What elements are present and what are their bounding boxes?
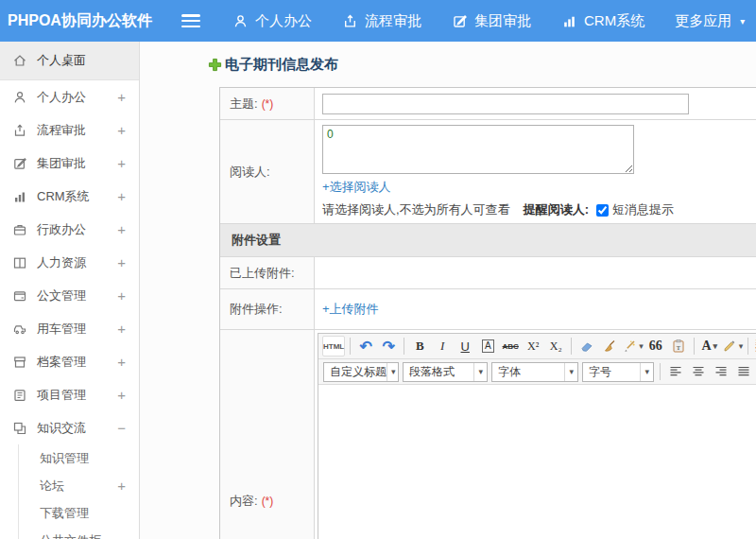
sidebar-item-crm[interactable]: CRM系统 + [0, 180, 139, 213]
remove-format-button[interactable] [576, 336, 597, 356]
superscript-button[interactable]: X² [523, 336, 543, 356]
font-family-select[interactable]: 字体 ▾ [491, 362, 578, 382]
nav-label: CRM系统 [584, 12, 644, 30]
content-row: 内容: (*) HTML ↶ ↷ B I U A [220, 330, 756, 539]
font-color-glyph: A [701, 339, 711, 354]
subscript-button[interactable]: X₂ [545, 336, 566, 356]
readers-row: 阅读人: 0 +选择阅读人 请选择阅读人,不选为所有人可查看 提醒阅读人: 短消… [220, 120, 756, 224]
redo-button[interactable]: ↷ [378, 336, 399, 356]
expand-indicator: − [117, 420, 126, 436]
chat-icon [12, 421, 27, 436]
sidebar-submenu: 知识管理 论坛 + 下载管理 公共文件柜 [18, 444, 139, 539]
subject-input[interactable] [322, 94, 689, 114]
required-mark: (*) [262, 495, 274, 508]
align-center-icon [691, 364, 706, 379]
underline-button[interactable]: U [455, 336, 475, 356]
strikethrough-button[interactable]: ABC [500, 336, 521, 356]
italic-button[interactable]: I [432, 336, 453, 356]
subject-row: 主题: (*) [220, 88, 756, 120]
bold-button[interactable]: B [409, 336, 430, 356]
operation-label-cell: 附件操作: [220, 289, 315, 329]
sidebar-subitem-download-mgmt[interactable]: 下载管理 [19, 499, 139, 527]
publish-form: 主题: (*) 阅读人: 0 +选择阅读人 请选择阅读人,不选为所有人可查看 提… [219, 87, 756, 539]
html-source-button[interactable]: HTML [322, 336, 345, 356]
sidebar-item-label: 人力资源 [37, 254, 86, 271]
process-icon [12, 123, 27, 138]
sidebar-item-process-approval[interactable]: 流程审批 + [0, 113, 139, 147]
page-title-row: 电子期刊信息发布 [208, 56, 756, 74]
readers-textarea[interactable]: 0 [322, 125, 634, 174]
sidebar-subitem-forum[interactable]: 论坛 + [19, 472, 139, 499]
archive-icon [12, 355, 27, 370]
font-size-select[interactable]: 字号 ▾ [582, 362, 654, 382]
heading-select-value: 自定义标题 [330, 364, 387, 380]
process-icon [342, 13, 358, 29]
sidebar-item-admin-office[interactable]: 行政办公 + [0, 213, 139, 246]
sidebar-item-label: 知识交流 [37, 420, 86, 437]
edit-icon [12, 156, 27, 171]
auto-typeset-button[interactable]: ▾ [622, 336, 644, 356]
attachment-operation-row: 附件操作: +上传附件 [220, 289, 756, 330]
sidebar-item-group-approval[interactable]: 集团审批 + [0, 147, 139, 180]
align-center-button[interactable] [688, 361, 709, 382]
choose-readers-link[interactable]: +选择阅读人 [322, 179, 391, 196]
char-border-glyph: A [482, 339, 494, 353]
expand-indicator: + [117, 155, 126, 171]
editor-content-area[interactable] [318, 385, 756, 539]
format-brush-button[interactable] [599, 336, 620, 356]
paste-text-button[interactable]: T [668, 336, 689, 356]
subject-label: 主题: [230, 96, 258, 113]
align-right-button[interactable] [711, 361, 731, 382]
size-select-value: 字号 [589, 364, 611, 380]
readers-hint: 请选择阅读人,不选为所有人可查看 [322, 201, 510, 218]
chevron-down-icon: ▾ [740, 16, 745, 26]
char-border-button[interactable]: A [477, 336, 498, 356]
sms-label: 短消息提示 [612, 201, 674, 218]
sidebar-item-vehicle-mgmt[interactable]: 用车管理 + [0, 312, 139, 345]
nav-personal-office[interactable]: 个人办公 [232, 12, 312, 30]
notebook-icon [12, 388, 27, 403]
align-left-icon [668, 364, 683, 379]
sidebar-item-archive-mgmt[interactable]: 档案管理 + [0, 345, 139, 378]
nav-crm-system[interactable]: CRM系统 [561, 12, 644, 30]
nav-more-apps[interactable]: 更多应用 ▾ [675, 12, 745, 30]
sms-checkbox[interactable] [596, 204, 609, 217]
undo-button[interactable]: ↶ [355, 336, 376, 356]
nav-group-approval[interactable]: 集团审批 [452, 12, 531, 30]
sidebar-item-knowledge[interactable]: 知识交流 − [0, 411, 139, 444]
sidebar-item-label: 论坛 [40, 478, 64, 495]
font-color-button[interactable]: A ▾ [699, 336, 720, 356]
book-icon [12, 255, 27, 270]
expand-indicator: + [117, 287, 126, 304]
sidebar-item-hr[interactable]: 人力资源 + [0, 246, 139, 279]
chevron-down-icon: ▾ [739, 341, 744, 351]
font-select-value: 字体 [498, 364, 521, 380]
nav-process-approval[interactable]: 流程审批 [342, 12, 421, 30]
sidebar: 个人桌面 个人办公 + 流程审批 + 集团审批 + CRM系统 + 行政办公 +… [0, 42, 140, 539]
sidebar-item-personal-office[interactable]: 个人办公 + [0, 80, 139, 113]
sidebar-subitem-knowledge-mgmt[interactable]: 知识管理 [19, 444, 139, 472]
upload-attachment-link[interactable]: +上传附件 [322, 301, 379, 318]
sidebar-subitem-public-cabinet[interactable]: 公共文件柜 [19, 527, 139, 539]
paragraph-format-select[interactable]: 段落格式 ▾ [403, 362, 488, 382]
document-icon [12, 288, 27, 304]
subject-label-cell: 主题: (*) [220, 88, 315, 119]
sidebar-item-desktop[interactable]: 个人桌面 [0, 42, 139, 80]
chevron-down-icon: ▾ [639, 341, 644, 351]
align-left-button[interactable] [665, 361, 686, 382]
sidebar-item-document-mgmt[interactable]: 公文管理 + [0, 279, 139, 312]
sidebar-item-label: 流程审批 [37, 122, 86, 139]
remind-readers-label: 提醒阅读人: [524, 201, 589, 218]
blockquote-button[interactable]: 66 [645, 336, 666, 356]
attachment-section-header: 附件设置 [220, 224, 756, 257]
highlight-color-button[interactable]: ▾ [722, 336, 744, 356]
menu-toggle-button[interactable] [181, 14, 200, 27]
heading-select[interactable]: 自定义标题 ▾ [323, 362, 399, 382]
sidebar-item-project-mgmt[interactable]: 项目管理 + [0, 378, 139, 411]
sidebar-item-label: 项目管理 [37, 387, 86, 404]
home-icon [12, 53, 27, 68]
align-justify-button[interactable] [733, 361, 754, 382]
uploaded-attachments-value [315, 257, 756, 288]
sidebar-item-label: 个人桌面 [37, 52, 86, 69]
person-icon [232, 13, 249, 29]
